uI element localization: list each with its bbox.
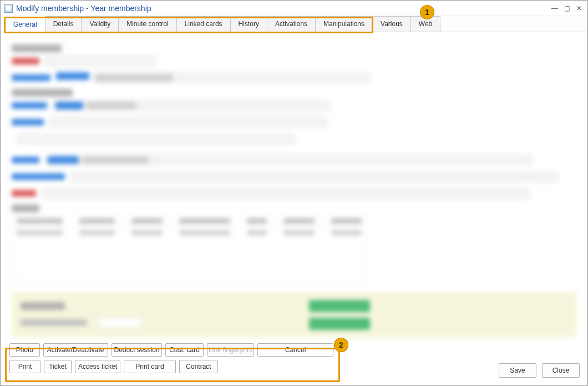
close-icon[interactable]: ✕	[574, 4, 584, 13]
annotation-badge-2: 2	[334, 338, 348, 352]
tab-various[interactable]: Various	[372, 16, 411, 32]
tab-manipulations[interactable]: Manipulations	[315, 16, 373, 32]
print-button[interactable]: Print	[9, 360, 40, 373]
window-controls: — ▢ ✕	[550, 4, 584, 13]
action-button-tray: PhotoActivate/DeactivateDeduct sessionCu…	[5, 340, 338, 381]
tab-minute-control[interactable]: Minute control	[118, 16, 176, 32]
app-icon	[4, 4, 13, 13]
tab-bar: GeneralDetailsValidityMinute controlLink…	[1, 16, 587, 32]
ticket-button[interactable]: Ticket	[44, 360, 72, 373]
photo-button[interactable]: Photo	[9, 343, 40, 357]
access-ticket-button[interactable]: Access ticket	[75, 360, 120, 373]
cust-card-button[interactable]: Cust. card	[165, 343, 203, 357]
tab-general[interactable]: General	[5, 17, 45, 32]
tab-validity[interactable]: Validity	[81, 16, 119, 32]
contract-button[interactable]: Contract	[179, 360, 218, 373]
deduct-session-button[interactable]: Deduct session	[111, 343, 163, 357]
minimize-icon[interactable]: —	[550, 4, 560, 13]
blurred-form-area	[12, 44, 576, 346]
cancel-button[interactable]: Cancel	[257, 343, 333, 357]
tab-linked-cards[interactable]: Linked cards	[176, 16, 231, 32]
footer-buttons: Save Close	[499, 363, 580, 378]
app-window: Modify membership - Year membership — ▢ …	[0, 0, 588, 386]
close-button[interactable]: Close	[542, 363, 580, 378]
annotation-badge-1: 1	[420, 5, 434, 19]
print-card-button[interactable]: Print card	[124, 360, 176, 373]
link-fingerprint-button: Link fingerprint	[207, 343, 255, 357]
save-button[interactable]: Save	[499, 363, 536, 378]
activate-deactivate-button[interactable]: Activate/Deactivate	[43, 343, 108, 357]
button-row-1: PhotoActivate/DeactivateDeduct sessionCu…	[9, 343, 333, 357]
tab-history[interactable]: History	[230, 16, 267, 32]
button-row-2: PrintTicketAccess ticketPrint cardContra…	[9, 360, 333, 373]
titlebar: Modify membership - Year membership — ▢ …	[1, 1, 587, 16]
maximize-icon[interactable]: ▢	[562, 4, 572, 13]
tab-details[interactable]: Details	[45, 16, 82, 32]
window-title: Modify membership - Year membership	[16, 4, 550, 13]
tab-content-general	[1, 32, 587, 346]
tab-activations[interactable]: Activations	[267, 16, 316, 32]
